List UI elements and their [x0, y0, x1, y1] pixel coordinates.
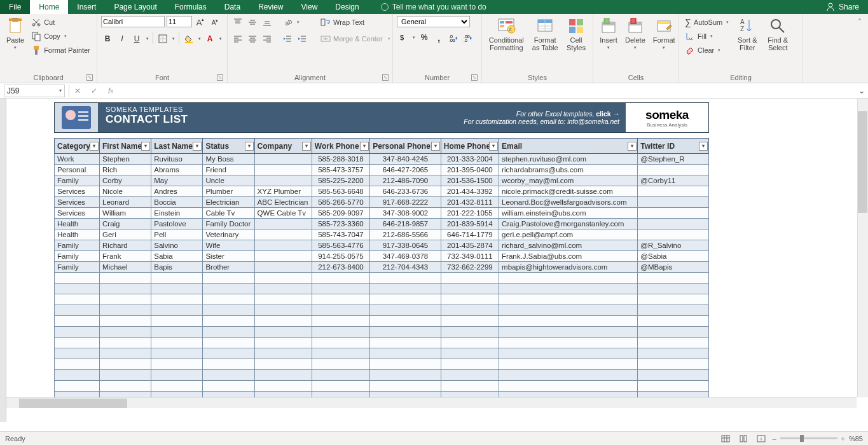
cell[interactable] [312, 359, 369, 370]
cell[interactable]: Wife [203, 240, 254, 251]
cell[interactable] [499, 273, 638, 284]
cell[interactable] [100, 370, 151, 381]
cell[interactable] [151, 305, 203, 316]
cell[interactable] [100, 381, 151, 392]
cell[interactable]: mbapis@hightoweradvisors.com [499, 262, 638, 273]
cell[interactable] [151, 381, 203, 392]
cell[interactable]: 646-218-9857 [370, 219, 441, 229]
cell[interactable] [312, 370, 369, 381]
cell[interactable]: Services [55, 197, 100, 208]
cell[interactable] [100, 284, 151, 294]
cell[interactable]: Sabia [151, 251, 203, 262]
cell[interactable]: Craig [100, 219, 151, 229]
table-row[interactable] [55, 327, 709, 338]
cell[interactable]: Ruvituso [151, 154, 203, 165]
table-row[interactable] [55, 273, 709, 284]
copy-button[interactable]: Copy▾ [29, 30, 92, 43]
cell[interactable] [254, 316, 312, 327]
cell[interactable]: Leonard [100, 197, 151, 208]
table-row[interactable]: FamilyMichaelBapisBrother212-673-8400212… [55, 262, 709, 273]
cell[interactable]: My Boss [203, 154, 254, 165]
cell[interactable] [499, 305, 638, 316]
cell[interactable] [203, 273, 254, 284]
cell[interactable]: 212-704-4343 [370, 262, 441, 273]
tab-file[interactable]: File [0, 0, 30, 14]
normal-view-button[interactable] [719, 433, 733, 444]
cell[interactable]: Rich [100, 165, 151, 175]
cell[interactable]: 914-255-0575 [312, 251, 369, 262]
cell[interactable]: 585-473-3757 [312, 165, 369, 175]
banner-click-link[interactable]: click [596, 110, 610, 118]
tab-review[interactable]: Review [249, 0, 292, 14]
banner-email-link[interactable]: info@someka.net [567, 118, 619, 125]
cell[interactable]: 201-432-8111 [441, 197, 499, 208]
cell[interactable]: 646-233-6736 [370, 186, 441, 197]
filter-button[interactable]: ▾ [90, 142, 99, 151]
cell[interactable] [254, 294, 312, 305]
collapse-ribbon-button[interactable]: ˄ [851, 14, 868, 83]
cell[interactable]: richardabrams@ubs.com [499, 165, 638, 175]
cell[interactable] [441, 359, 499, 370]
cell[interactable]: Richard [100, 240, 151, 251]
cell[interactable] [203, 294, 254, 305]
cell[interactable] [441, 284, 499, 294]
cell[interactable]: Geri [100, 229, 151, 240]
filter-button[interactable]: ▾ [489, 142, 498, 151]
cell[interactable] [203, 338, 254, 348]
cell[interactable]: 732-349-0111 [441, 251, 499, 262]
cell[interactable] [203, 381, 254, 392]
format-button[interactable]: Format▾ [651, 16, 678, 51]
align-right-button[interactable] [261, 32, 273, 45]
cell[interactable] [638, 229, 709, 240]
cell[interactable] [370, 305, 441, 316]
cell[interactable] [151, 359, 203, 370]
cell[interactable] [55, 370, 100, 381]
cell[interactable] [55, 316, 100, 327]
dialog-launcher[interactable]: ⤡ [471, 74, 478, 81]
cell[interactable]: Cable Tv [203, 208, 254, 219]
align-top-button[interactable] [231, 16, 244, 29]
cancel-button[interactable]: ✕ [69, 85, 86, 97]
expand-formula-button[interactable]: ⌄ [855, 86, 868, 95]
cell[interactable] [55, 327, 100, 338]
zoom-level[interactable]: %85 [849, 435, 863, 442]
zoom-slider[interactable] [780, 437, 837, 439]
cell[interactable] [254, 273, 312, 284]
cell[interactable]: Personal [55, 165, 100, 175]
contact-table[interactable]: Category▾First Name▾Last Name▾Status▾Com… [54, 138, 709, 402]
filter-button[interactable]: ▾ [431, 142, 440, 151]
cut-button[interactable]: Cut [29, 16, 92, 29]
cell[interactable]: 347-840-4245 [370, 154, 441, 165]
cell[interactable] [151, 316, 203, 327]
filter-button[interactable]: ▾ [302, 142, 311, 151]
cell[interactable]: Family [55, 175, 100, 186]
tab-formulas[interactable]: Formulas [166, 0, 216, 14]
cell[interactable]: 732-662-2299 [441, 262, 499, 273]
cell[interactable]: Leonard.Boc@wellsfargoadvisors.com [499, 197, 638, 208]
dialog-launcher[interactable]: ⤡ [86, 74, 93, 81]
tab-design[interactable]: Design [326, 0, 368, 14]
decrease-indent-button[interactable] [281, 32, 294, 45]
accounting-format-button[interactable]: $ [397, 31, 410, 44]
cell[interactable] [370, 359, 441, 370]
cell[interactable] [638, 305, 709, 316]
cell[interactable]: Veterinary [203, 229, 254, 240]
cell[interactable]: 917-668-2222 [370, 197, 441, 208]
delete-button[interactable]: Delete▾ [623, 16, 648, 51]
cell[interactable] [441, 348, 499, 359]
cell[interactable] [254, 229, 312, 240]
table-row[interactable]: ServicesWilliamEinsteinCable TvQWE Cable… [55, 208, 709, 219]
cell[interactable] [638, 348, 709, 359]
cell[interactable] [100, 348, 151, 359]
filter-button[interactable]: ▾ [699, 142, 708, 151]
cell[interactable] [638, 284, 709, 294]
table-row[interactable]: HealthGeriPellVeterinary585-743-7047212-… [55, 229, 709, 240]
cell[interactable]: Health [55, 229, 100, 240]
header-email[interactable]: Email▾ [499, 139, 638, 154]
header-last-name[interactable]: Last Name▾ [151, 139, 203, 154]
cell[interactable] [312, 305, 369, 316]
format-painter-button[interactable]: Format Painter [29, 44, 92, 57]
cell[interactable] [254, 284, 312, 294]
table-row[interactable]: FamilyCorbyMayUncle585-225-2200212-486-7… [55, 175, 709, 186]
table-row[interactable] [55, 305, 709, 316]
